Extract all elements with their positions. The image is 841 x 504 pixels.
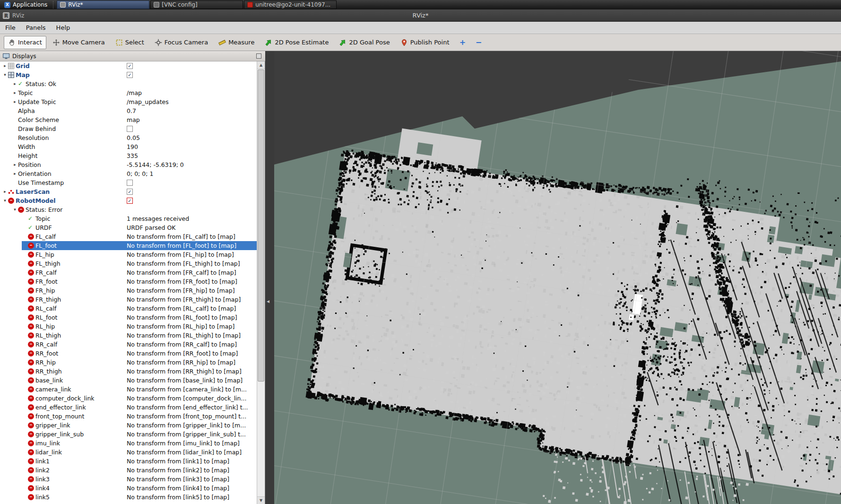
tool-select-button[interactable]: Select — [111, 36, 148, 49]
tree-row-link2[interactable]: –link2No transform from [link2] to [map] — [0, 466, 257, 475]
tree-row-rl-thigh[interactable]: –RL_thighNo transform from [RL_thigh] to… — [0, 331, 257, 340]
expander-icon[interactable]: ▸ — [12, 79, 18, 88]
tree-row-fl-calf[interactable]: –FL_calfNo transform from [FL_calf] to [… — [0, 232, 257, 241]
taskbar-window-unitree-go2-unit-41097[interactable]: unitree@go2-unit-41097... — [244, 0, 337, 9]
tool-measure-button[interactable]: Measure — [214, 36, 259, 49]
tool-interact-button[interactable]: Interact — [4, 36, 46, 49]
tree-row-status-ok[interactable]: ▸✓Status: Ok — [0, 79, 257, 88]
tree-row-position[interactable]: ▸Position-5.5144; -5.6319; 0 — [0, 160, 257, 169]
tool-publish-point-button[interactable]: Publish Point — [396, 36, 454, 49]
expander-icon[interactable]: ▾ — [12, 205, 18, 214]
scroll-up-arrow[interactable]: ▲ — [257, 61, 265, 69]
scroll-down-arrow[interactable]: ▼ — [257, 496, 265, 504]
tree-row-topic[interactable]: ✓Topic1 messages received — [0, 214, 257, 223]
tree-row-update-topic[interactable]: ▸Update Topic/map_updates — [0, 97, 257, 106]
tree-row-laserscan[interactable]: ▸LaserScan✓ — [0, 187, 257, 196]
row-value: No transform from [RL_hip] to [map] — [127, 322, 257, 331]
tree-row-front-top-mount[interactable]: –front_top_mountNo transform from [front… — [0, 412, 257, 421]
tool-2d-goal-pose-button[interactable]: 2D Goal Pose — [335, 36, 394, 49]
expander-icon[interactable]: ▸ — [12, 88, 18, 97]
expander-icon[interactable]: ▸ — [12, 160, 18, 169]
row-value — [127, 178, 257, 187]
tree-row-urdf[interactable]: ✓URDFURDF parsed OK — [0, 223, 257, 232]
row-checkbox[interactable] — [127, 180, 133, 186]
row-checkbox[interactable]: ✓ — [127, 189, 133, 195]
menu-help[interactable]: Help — [51, 22, 76, 34]
tree-row-fr-calf[interactable]: –FR_calfNo transform from [FR_calf] to [… — [0, 268, 257, 277]
tree-row-link3[interactable]: –link3No transform from [link3] to [map] — [0, 475, 257, 484]
tree-row-status-error[interactable]: ▾–Status: Error — [0, 205, 257, 214]
expander-icon[interactable]: ▸ — [12, 169, 18, 178]
tree-row-color-scheme[interactable]: Color Schememap — [0, 115, 257, 124]
tree-row-fr-thigh[interactable]: –FR_thighNo transform from [FR_thigh] to… — [0, 295, 257, 304]
row-checkbox[interactable]: ✓ — [127, 63, 133, 69]
tree-row-link4[interactable]: –link4No transform from [link4] to [map] — [0, 484, 257, 493]
tree-row-rr-foot[interactable]: –RR_footNo transform from [RR_foot] to [… — [0, 349, 257, 358]
tree-row-rr-hip[interactable]: –RR_hipNo transform from [RR_hip] to [ma… — [0, 358, 257, 367]
tree-row-rl-hip[interactable]: –RL_hipNo transform from [RL_hip] to [ma… — [0, 322, 257, 331]
tree-row-rl-calf[interactable]: –RL_calfNo transform from [RL_calf] to [… — [0, 304, 257, 313]
tree-row-draw-behind[interactable]: Draw Behind — [0, 124, 257, 133]
tree-row-fl-hip[interactable]: –FL_hipNo transform from [FL_hip] to [ma… — [0, 250, 257, 259]
scroll-thumb[interactable] — [258, 70, 264, 382]
applications-button[interactable]: X Applications — [0, 0, 52, 9]
row-indent — [0, 493, 22, 493]
tree-row-link5[interactable]: –link5No transform from [link5] to [map] — [0, 493, 257, 502]
tree-row-robotmodel[interactable]: ▾–RobotModel✓ — [0, 196, 257, 205]
expander-icon[interactable]: ▸ — [2, 61, 8, 70]
row-checkbox[interactable]: ✓ — [127, 198, 133, 204]
window-titlebar[interactable]: R RViz RViz* — [0, 9, 841, 22]
tree-row-use-timestamp[interactable]: Use Timestamp — [0, 178, 257, 187]
tool-2d-pose-estimate-button[interactable]: 2D Pose Estimate — [260, 36, 333, 49]
displays-panel-header[interactable]: Displays — [0, 51, 265, 61]
tree-row-link1[interactable]: –link1No transform from [link1] to [map] — [0, 457, 257, 466]
tree-row-map[interactable]: ▾Map✓ — [0, 70, 257, 79]
tree-row-fr-hip[interactable]: –FR_hipNo transform from [FR_hip] to [ma… — [0, 286, 257, 295]
tree-row-end-effector-link[interactable]: –end_effector_linkNo transform from [end… — [0, 403, 257, 412]
tree-row-resolution[interactable]: Resolution0.05 — [0, 133, 257, 142]
row-checkbox[interactable]: ✓ — [127, 72, 133, 78]
tree-row-fl-thigh[interactable]: –FL_thighNo transform from [FL_thigh] to… — [0, 259, 257, 268]
tree-row-camera-link[interactable]: –camera_linkNo transform from [camera_li… — [0, 385, 257, 394]
tree-row-gripper-link-sub[interactable]: –gripper_link_subNo transform from [grip… — [0, 430, 257, 439]
taskbar-window-vnc-config[interactable]: [VNC config] — [150, 0, 243, 9]
tool-move-camera-button[interactable]: Move Camera — [48, 36, 109, 49]
tree-row-topic[interactable]: ▸Topic/map — [0, 88, 257, 97]
row-value: No transform from [computer_dock_lin... — [127, 394, 257, 403]
menu-file[interactable]: File — [0, 22, 21, 34]
row-label: computer_dock_link — [35, 394, 95, 403]
tree-row-height[interactable]: Height335 — [0, 151, 257, 160]
tree-row-fl-foot[interactable]: –FL_footNo transform from [FL_foot] to [… — [0, 241, 257, 250]
menu-panels[interactable]: Panels — [21, 22, 51, 34]
tree-row-rr-calf[interactable]: –RR_calfNo transform from [RR_calf] to [… — [0, 340, 257, 349]
tree-row-orientation[interactable]: ▸Orientation0; 0; 0; 1 — [0, 169, 257, 178]
tree-row-rl-foot[interactable]: –RL_footNo transform from [RL_foot] to [… — [0, 313, 257, 322]
expander-icon[interactable]: ▸ — [2, 187, 8, 196]
row-label: RR_calf — [35, 340, 57, 349]
tree-row-rr-thigh[interactable]: –RR_thighNo transform from [RR_thigh] to… — [0, 367, 257, 376]
row-indent — [0, 286, 22, 287]
tree-row-lidar-link[interactable]: –lidar_linkNo transform from [lidar_link… — [0, 448, 257, 457]
row-label: front_top_mount — [35, 412, 84, 421]
tool-focus-camera-button[interactable]: Focus Camera — [150, 36, 212, 49]
tree-row-fr-foot[interactable]: –FR_footNo transform from [FR_foot] to [… — [0, 277, 257, 286]
tree-scrollbar[interactable]: ▲ ▼ — [257, 61, 265, 504]
row-checkbox[interactable] — [127, 126, 133, 132]
taskbar-window-rviz[interactable]: RViz* — [57, 0, 149, 9]
panel-float-button[interactable] — [256, 53, 261, 59]
tree-row-imu-link[interactable]: –imu_linkNo transform from [imu_link] to… — [0, 439, 257, 448]
tree-row-grid[interactable]: ▸Grid✓ — [0, 61, 257, 70]
panel-collapse-arrow[interactable]: ◂ — [267, 298, 269, 304]
tree-row-computer-dock-link[interactable]: –computer_dock_linkNo transform from [co… — [0, 394, 257, 403]
expander-icon[interactable]: ▾ — [2, 196, 8, 205]
3d-viewport[interactable] — [274, 51, 841, 504]
tree-row-base-link[interactable]: –base_linkNo transform from [base_link] … — [0, 376, 257, 385]
row-indent — [0, 313, 22, 313]
add-tool-button[interactable]: + — [455, 36, 469, 49]
tree-row-alpha[interactable]: Alpha0.7 — [0, 106, 257, 115]
tree-row-gripper-link[interactable]: –gripper_linkNo transform from [gripper_… — [0, 421, 257, 430]
remove-tool-button[interactable]: − — [471, 36, 486, 49]
tree-row-width[interactable]: Width190 — [0, 142, 257, 151]
expander-icon[interactable]: ▾ — [2, 70, 8, 79]
expander-icon[interactable]: ▸ — [12, 97, 18, 106]
